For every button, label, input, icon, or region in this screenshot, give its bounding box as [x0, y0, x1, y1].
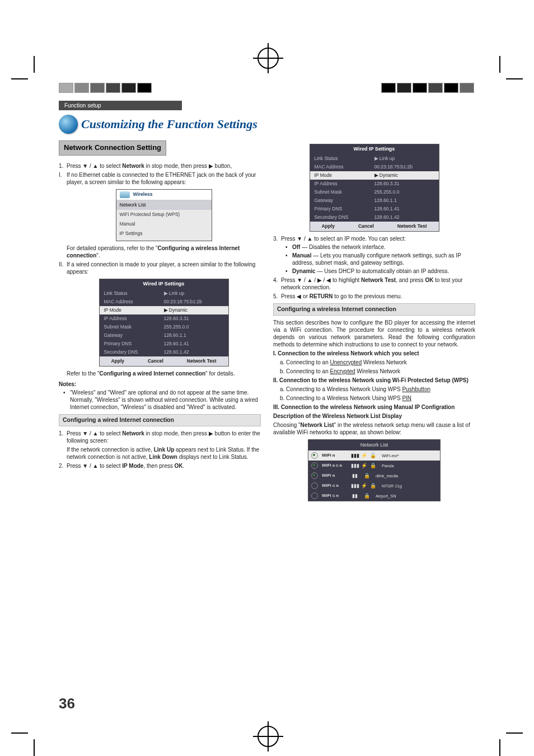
lock-icon: 🔓: [369, 453, 376, 459]
subsection-heading: Configuring a wireless Internet connecti…: [273, 303, 475, 316]
apply-button: Apply: [321, 223, 335, 229]
ip-settings-row: Link Status▶ Link up: [100, 289, 228, 298]
crop-mark: [34, 78, 50, 95]
ip-mode-option: Dynamic — Uses DHCP to automatically obt…: [288, 267, 475, 275]
step-4: 4. Press ▼ / ▲ / ▶ / ◀ to highlight Netw…: [273, 276, 475, 291]
notes-heading: Notes:: [59, 381, 261, 388]
menu-item: IP Settings: [116, 229, 212, 238]
wps-icon: ⚡: [361, 483, 367, 490]
radio-icon: [311, 452, 318, 459]
crop-mark: [484, 717, 500, 734]
lock-icon: 🔒: [369, 483, 376, 490]
cancel-button: Cancel: [358, 223, 374, 229]
wired-ip-screenshot: Wired IP Settings Link Status▶ Link upMA…: [310, 144, 439, 232]
ip-settings-row: Secondary DNS128.60.1.42: [100, 348, 228, 356]
ip-settings-row: Primary DNS128.60.1.41: [100, 340, 228, 348]
color-bar-left: [59, 83, 153, 93]
registration-target-bottom: [257, 726, 279, 747]
wireless-intro: This section describes how to configure …: [273, 319, 475, 348]
signal-icon: ▮▮▮: [351, 463, 359, 469]
registration-target-top: [257, 48, 279, 69]
ip-settings-row: Link Status▶ Link up: [310, 154, 439, 163]
menu-item: WiFi Protected Setup (WPS): [116, 210, 212, 219]
crop-mark: [484, 78, 500, 95]
wired-step-2: 2. Press ▼ / ▲ to select IP Mode, then p…: [59, 462, 261, 469]
desc-heading: Description of the Wireless Network List…: [273, 412, 475, 420]
note-item: "Wireless" and "Wired" are optional and …: [65, 389, 261, 411]
signal-icon: ▮▮: [351, 473, 359, 480]
breadcrumb: Function setup: [59, 101, 182, 110]
cancel-button: Cancel: [148, 358, 163, 364]
crop-mark: [34, 717, 50, 734]
menu-item: Manual: [116, 219, 212, 229]
radio-icon: [311, 472, 318, 479]
ip-settings-row: Gateway128.60.1.1: [310, 196, 439, 205]
ip-settings-row: Secondary DNS128.60.1.42: [310, 213, 439, 222]
subsection-heading: Configuring a wired Internet connection: [59, 414, 261, 426]
signal-icon: ▮▮: [351, 493, 359, 500]
network-list-row: WiFi N▮▮▮⚡🔓WiFi-mx*: [308, 450, 440, 461]
network-list-row: WiFi G N▮▮▮⚡🔒NTGR 11g: [308, 481, 440, 491]
page-title-row: Customizing the Function Settings: [59, 115, 475, 134]
ip-settings-row: MAC Address00:23:18:75:b1:2b: [100, 298, 228, 306]
right-column: Wired IP Settings Link Status▶ Link upMA…: [273, 140, 475, 505]
ip-settings-row: IP Address128.60.3.31: [310, 180, 439, 188]
ip-settings-row: IP Address128.60.3.31: [100, 314, 228, 323]
wired-ip-screenshot: Wired IP Settings Link Status▶ Link upMA…: [99, 279, 229, 367]
ip-settings-row: IP Mode▶ Dynamic: [310, 171, 439, 180]
apply-button: Apply: [111, 358, 124, 364]
lock-icon: 🔒: [363, 493, 370, 500]
wired-step-1: 1. Press ▼ / ▲ to select Network in stop…: [59, 430, 261, 461]
radio-icon: [311, 492, 318, 499]
wl-section-II: II. Connection to the wireless Network u…: [273, 377, 475, 384]
color-bar-right: [381, 83, 475, 93]
network-list-row: WiFi G N▮▮🔒Airport_SN: [308, 491, 440, 501]
wireless-menu-screenshot: Wireless Network List WiFi Protected Set…: [116, 189, 212, 241]
signal-icon: ▮▮▮: [351, 453, 359, 459]
radio-icon: [311, 482, 318, 489]
step-5: 5. Press ◀ or RETURN to go to the previo…: [273, 293, 475, 300]
lock-icon: 🔒: [363, 473, 370, 480]
wl-section-I: I. Connection to the wireless Network wh…: [273, 350, 475, 357]
step-I: I. If no Ethernet cable is connected to …: [59, 171, 261, 259]
wps-icon: ⚡: [361, 453, 367, 459]
radio-icon: [311, 462, 318, 469]
page-number: 36: [59, 694, 75, 713]
section-title: Network Connection Setting: [59, 140, 166, 156]
wl-section-III: III. Connection to the wireless Network …: [273, 403, 475, 411]
ip-settings-row: Subnet Mask255.255.0.0: [310, 188, 439, 196]
ip-settings-row: Gateway128.60.1.1: [100, 331, 228, 340]
ip-settings-row: Primary DNS128.60.1.41: [310, 205, 439, 213]
network-test-button: Network Test: [187, 358, 217, 364]
content-area: Function setup Customizing the Function …: [59, 101, 475, 711]
network-list-screenshot: Network List WiFi N▮▮▮⚡🔓WiFi-mx*WiFi B G…: [308, 439, 441, 502]
ip-settings-row: IP Mode▶ Dynamic: [100, 306, 228, 314]
ip-mode-option: Manual — Lets you manually configure net…: [288, 252, 475, 266]
ip-settings-row: Subnet Mask255.255.0.0: [100, 323, 228, 331]
step-3: 3. Press ▼ / ▲ to select an IP mode. You…: [273, 235, 475, 275]
bullet-icon: [59, 115, 78, 134]
menu-item: Network List: [116, 200, 212, 210]
network-list-row: WiFi B G N▮▮▮⚡🔒Panda: [308, 461, 440, 471]
page-title: Customizing the Function Settings: [81, 116, 257, 133]
left-column: Network Connection Setting 1. Press ▼ / …: [59, 140, 261, 505]
ip-mode-option: Off — Disables the network interface.: [288, 243, 475, 251]
network-list-row: WiFi N▮▮🔒dlink_media: [308, 471, 440, 481]
wireless-icon: [120, 191, 130, 198]
step-II: II. If a wired connection is made to you…: [59, 261, 261, 377]
lock-icon: 🔒: [369, 463, 376, 469]
signal-icon: ▮▮▮: [351, 483, 359, 490]
step-1: 1. Press ▼ / ▲ to select Network in stop…: [59, 162, 261, 170]
ip-settings-row: MAC Address00:23:18:75:b1:2b: [310, 163, 439, 171]
network-test-button: Network Test: [397, 223, 427, 229]
wps-icon: ⚡: [361, 463, 367, 469]
manual-page: Function setup Customizing the Function …: [0, 0, 534, 756]
